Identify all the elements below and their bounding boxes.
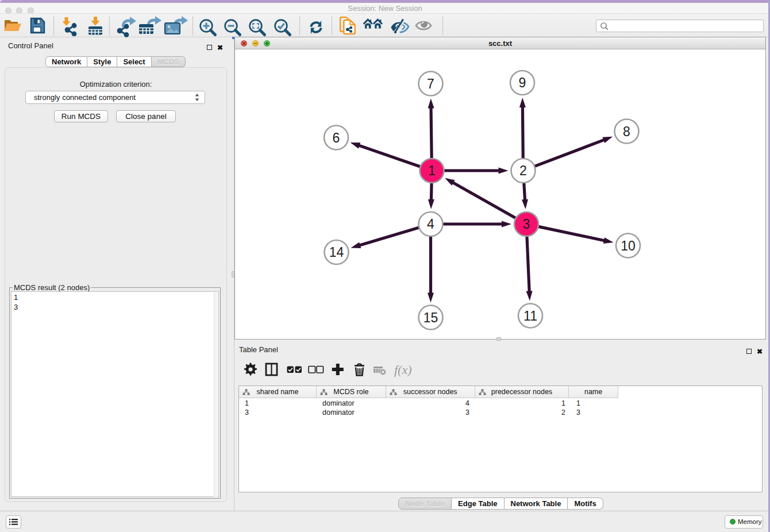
svg-text:4: 4: [427, 217, 434, 232]
svg-text:6: 6: [333, 130, 340, 145]
svg-text:15: 15: [424, 310, 438, 325]
svg-text:3: 3: [523, 217, 530, 232]
svg-text:7: 7: [427, 76, 434, 91]
svg-text:8: 8: [623, 124, 630, 139]
svg-text:11: 11: [523, 309, 537, 323]
svg-text:14: 14: [329, 245, 344, 260]
svg-text:10: 10: [621, 238, 636, 253]
svg-text:f(x): f(x): [394, 363, 412, 377]
svg-text:1: 1: [428, 163, 436, 178]
svg-text:2: 2: [519, 163, 527, 178]
svg-text:9: 9: [519, 75, 526, 90]
